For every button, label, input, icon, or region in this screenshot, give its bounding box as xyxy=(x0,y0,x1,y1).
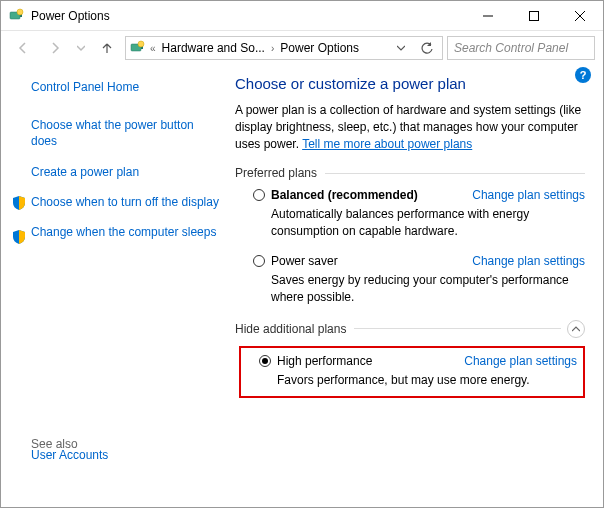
refresh-button[interactable] xyxy=(416,37,438,59)
plan-description: Favors performance, but may use more ene… xyxy=(277,372,577,389)
plan-name-label: High performance xyxy=(277,354,372,368)
plan-saver-option[interactable]: Power saver xyxy=(253,254,338,268)
plan-balanced-option[interactable]: Balanced (recommended) xyxy=(253,188,418,202)
sidebar-link-create-plan[interactable]: Create a power plan xyxy=(31,164,219,180)
svg-point-9 xyxy=(138,41,144,47)
preferred-plans-header: Preferred plans xyxy=(235,166,585,180)
radio-button[interactable] xyxy=(253,189,265,201)
plan-balanced: Balanced (recommended) Change plan setti… xyxy=(235,188,585,240)
change-settings-saver[interactable]: Change plan settings xyxy=(472,254,585,268)
svg-point-2 xyxy=(17,9,23,15)
svg-rect-4 xyxy=(530,11,539,20)
history-dropdown-icon[interactable] xyxy=(390,37,412,59)
breadcrumb-power-options[interactable]: Power Options xyxy=(278,41,361,55)
breadcrumb-hardware[interactable]: Hardware and So... xyxy=(160,41,267,55)
sidebar-link-power-button[interactable]: Choose what the power button does xyxy=(31,117,219,149)
control-panel-home-link[interactable]: Control Panel Home xyxy=(31,79,219,95)
shield-icon xyxy=(11,195,27,211)
sidebar-link-turn-off-display[interactable]: Choose when to turn off the display xyxy=(31,194,219,210)
up-button[interactable] xyxy=(93,34,121,62)
titlebar: Power Options xyxy=(1,1,603,31)
user-accounts-link[interactable]: User Accounts xyxy=(31,447,108,463)
help-icon[interactable]: ? xyxy=(575,67,591,83)
plan-description: Automatically balances performance with … xyxy=(271,206,585,240)
navigation-bar: « Hardware and So... › Power Options xyxy=(1,31,603,65)
back-button[interactable] xyxy=(9,34,37,62)
power-options-icon xyxy=(9,8,25,24)
plan-name-label: Balanced (recommended) xyxy=(271,188,418,202)
chevron-icon[interactable]: « xyxy=(150,43,156,54)
maximize-button[interactable] xyxy=(511,1,557,31)
forward-button[interactable] xyxy=(41,34,69,62)
page-description: A power plan is a collection of hardware… xyxy=(235,102,585,152)
change-settings-balanced[interactable]: Change plan settings xyxy=(472,188,585,202)
radio-button[interactable] xyxy=(259,355,271,367)
power-options-icon xyxy=(130,40,146,56)
sidebar-link-computer-sleeps[interactable]: Change when the computer sleeps xyxy=(31,224,219,240)
close-button[interactable] xyxy=(557,1,603,31)
shield-icon xyxy=(11,229,27,245)
plan-name-label: Power saver xyxy=(271,254,338,268)
collapse-button[interactable] xyxy=(567,320,585,338)
page-heading: Choose or customize a power plan xyxy=(235,75,585,92)
chevron-right-icon: › xyxy=(271,43,274,54)
recent-dropdown[interactable] xyxy=(73,34,89,62)
sidebar: Control Panel Home Choose what the power… xyxy=(1,67,229,507)
tell-more-link[interactable]: Tell me more about power plans xyxy=(302,137,472,151)
preferred-label: Preferred plans xyxy=(235,166,317,180)
hide-additional-header: Hide additional plans xyxy=(235,320,585,338)
window-title: Power Options xyxy=(31,9,465,23)
minimize-button[interactable] xyxy=(465,1,511,31)
change-settings-high[interactable]: Change plan settings xyxy=(464,354,577,368)
plan-high-option[interactable]: High performance xyxy=(259,354,372,368)
plan-high-performance: High performance Change plan settings Fa… xyxy=(253,354,577,389)
plan-power-saver: Power saver Change plan settings Saves e… xyxy=(235,254,585,306)
plan-description: Saves energy by reducing your computer's… xyxy=(271,272,585,306)
highlight-box: High performance Change plan settings Fa… xyxy=(239,346,585,399)
address-bar[interactable]: « Hardware and So... › Power Options xyxy=(125,36,443,60)
hide-label: Hide additional plans xyxy=(235,322,346,336)
radio-button[interactable] xyxy=(253,255,265,267)
main-content: ? Choose or customize a power plan A pow… xyxy=(229,67,603,507)
search-input[interactable] xyxy=(447,36,595,60)
